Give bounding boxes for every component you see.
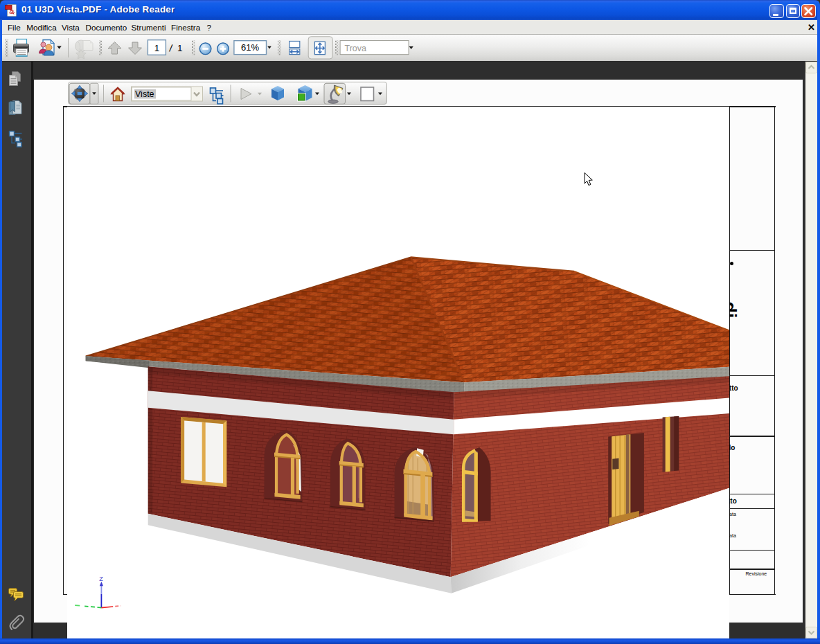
svg-text:1: 1 — [154, 43, 160, 53]
svg-text:1: 1 — [177, 43, 183, 53]
svg-text:Viste: Viste — [135, 89, 154, 99]
svg-text:61%: 61% — [241, 42, 259, 53]
svg-text:Z: Z — [99, 575, 103, 582]
svg-text:/: / — [169, 42, 174, 54]
svg-text:Trova: Trova — [345, 44, 367, 53]
